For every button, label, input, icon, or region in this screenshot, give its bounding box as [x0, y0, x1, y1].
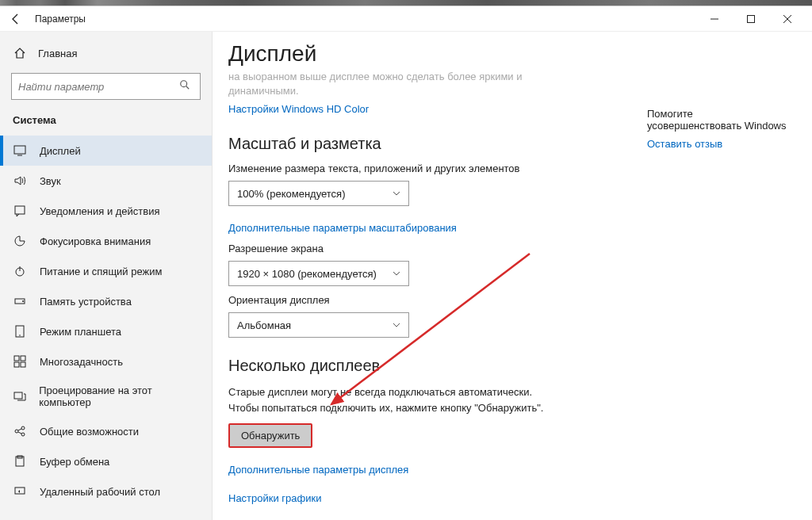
titlebar: Параметры [0, 6, 812, 32]
project-icon [13, 389, 26, 403]
sidebar-item-shared[interactable]: Общие возможности [0, 416, 212, 446]
graphics-settings-link[interactable]: Настройки графики [228, 492, 321, 504]
feedback-panel: Помогите усовершенствовать Windows Остав… [647, 108, 790, 150]
display-icon [13, 143, 27, 158]
content-area: Дисплей на выоранном выше дисплее можно … [213, 32, 812, 520]
svg-rect-19 [14, 392, 22, 399]
search-input[interactable] [18, 81, 179, 93]
sidebar-item-label: Буфер обмена [40, 456, 109, 468]
search-icon [179, 79, 193, 94]
back-button[interactable] [6, 10, 25, 29]
power-icon [13, 264, 27, 278]
sidebar-item-multitask[interactable]: Многозадачность [0, 346, 212, 377]
multitask-icon [13, 354, 27, 369]
detect-button[interactable]: Обнаружить [228, 423, 312, 448]
chevron-down-icon [393, 271, 400, 276]
arrow-left-icon [10, 13, 22, 25]
search-box[interactable] [11, 73, 201, 100]
close-button[interactable] [769, 6, 806, 32]
sidebar-item-label: Многозадачность [40, 356, 123, 368]
window-title: Параметры [35, 13, 86, 25]
sidebar-item-label: Уведомления и действия [40, 205, 160, 217]
orientation-value: Альбомная [237, 319, 291, 331]
hdr-color-link[interactable]: Настройки Windows HD Color [228, 103, 369, 115]
tablet-icon [13, 324, 27, 338]
sidebar-item-label: Память устройства [40, 296, 132, 308]
sidebar-item-remote[interactable]: Удаленный рабочий стол [0, 476, 212, 507]
multi-display-heading: Несколько дисплеев [228, 357, 783, 375]
shared-icon [13, 424, 27, 438]
feedback-title: Помогите усовершенствовать Windows [647, 108, 790, 132]
sidebar-item-label: Дисплей [40, 145, 81, 157]
svg-rect-1 [748, 15, 755, 22]
minimize-button[interactable] [696, 6, 733, 32]
svg-point-14 [19, 335, 21, 336]
scale-label: Изменение размера текста, приложений и д… [228, 162, 783, 174]
maximize-button[interactable] [733, 6, 769, 32]
close-icon [783, 15, 791, 23]
sidebar-item-label: Общие возможности [40, 426, 139, 438]
sidebar-item-notifications[interactable]: Уведомления и действия [0, 196, 212, 226]
storage-icon [13, 294, 27, 308]
chevron-down-icon [393, 323, 400, 327]
remote-icon [13, 484, 27, 499]
orientation-label: Ориентация дисплея [228, 294, 783, 306]
svg-line-24 [18, 432, 21, 434]
feedback-link[interactable]: Оставить отзыв [647, 138, 790, 150]
svg-rect-16 [21, 356, 25, 361]
chevron-down-icon [393, 191, 400, 196]
section-label: Система [0, 111, 212, 136]
svg-line-5 [186, 86, 190, 90]
orientation-select[interactable]: Альбомная [228, 312, 409, 338]
svg-line-23 [18, 429, 21, 430]
svg-rect-17 [14, 362, 19, 367]
hdr-note: на выоранном выше дисплее можно сделать … [228, 70, 530, 98]
svg-point-4 [181, 81, 187, 87]
sidebar-item-clipboard[interactable]: Буфер обмена [0, 446, 212, 476]
browser-tabs-strip [0, 0, 812, 6]
page-title: Дисплей [228, 41, 783, 67]
resolution-label: Разрешение экрана [228, 243, 783, 254]
svg-point-12 [22, 300, 24, 302]
clipboard-icon [13, 454, 27, 468]
scale-select[interactable]: 100% (рекомендуется) [228, 181, 409, 206]
home-label: Главная [38, 48, 77, 59]
sidebar-item-label: Звук [40, 175, 61, 187]
sidebar-item-tablet[interactable]: Режим планшета [0, 316, 212, 346]
svg-point-20 [15, 430, 18, 433]
sidebar-item-power[interactable]: Питание и спящий режим [0, 256, 212, 286]
home-icon [13, 46, 27, 60]
svg-rect-8 [15, 206, 25, 214]
svg-rect-18 [21, 362, 25, 367]
sidebar-item-sound[interactable]: Звук [0, 166, 212, 196]
svg-point-22 [21, 433, 25, 436]
sidebar-item-label: Фокусировка внимания [40, 235, 151, 247]
sidebar-item-project[interactable]: Проецирование на этот компьютер [0, 377, 212, 416]
notifications-icon [13, 204, 27, 218]
focus-icon [13, 234, 27, 248]
resolution-value: 1920 × 1080 (рекомендуется) [237, 268, 377, 280]
maximize-icon [747, 15, 755, 23]
minimize-icon [710, 15, 718, 23]
svg-rect-15 [14, 356, 19, 361]
sidebar-item-display[interactable]: Дисплей [0, 136, 212, 166]
sidebar: Главная Система Дисплей Звук Уведомления… [0, 32, 213, 520]
sidebar-item-label: Удаленный рабочий стол [40, 486, 160, 498]
svg-point-21 [21, 426, 25, 430]
sidebar-item-label: Режим планшета [40, 326, 121, 338]
scale-value: 100% (рекомендуется) [237, 188, 345, 200]
multi-display-desc: Старые дисплеи могут не всегда подключат… [228, 384, 783, 415]
home-button[interactable]: Главная [0, 41, 212, 68]
advanced-scaling-link[interactable]: Дополнительные параметры масштабирования [228, 222, 457, 234]
sidebar-item-label: Питание и спящий режим [40, 266, 162, 277]
sidebar-item-label: Проецирование на этот компьютер [39, 384, 199, 408]
sidebar-item-storage[interactable]: Память устройства [0, 286, 212, 316]
sidebar-item-focus[interactable]: Фокусировка внимания [0, 226, 212, 256]
svg-rect-6 [14, 146, 25, 154]
sound-icon [13, 174, 27, 188]
advanced-display-link[interactable]: Дополнительные параметры дисплея [228, 464, 408, 476]
resolution-select[interactable]: 1920 × 1080 (рекомендуется) [228, 261, 409, 286]
